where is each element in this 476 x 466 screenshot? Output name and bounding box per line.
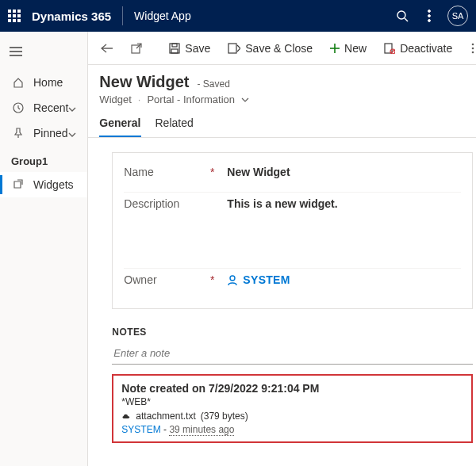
nav-home[interactable]: Home <box>0 70 87 95</box>
global-topbar: Dynamics 365 Widget App SA <box>0 0 476 32</box>
svg-point-22 <box>230 276 235 281</box>
nav-widgets[interactable]: Widgets <box>0 172 87 197</box>
app-launcher-icon[interactable] <box>8 10 21 22</box>
deactivate-icon <box>384 43 395 54</box>
person-icon <box>227 274 238 285</box>
command-bar: Save Save & Close New Deactivate <box>88 32 476 65</box>
main-area: Save Save & Close New Deactivate New Wid… <box>88 32 476 466</box>
svg-point-19 <box>472 43 474 45</box>
home-icon <box>11 77 25 88</box>
chevron-down-icon <box>241 97 249 102</box>
required-indicator: * <box>210 166 227 178</box>
svg-point-21 <box>472 51 474 53</box>
svg-rect-16 <box>385 44 392 53</box>
svg-rect-12 <box>171 49 178 53</box>
description-value: This is a new widget. <box>227 197 337 210</box>
plus-icon <box>330 44 340 53</box>
deactivate-label: Deactivate <box>400 42 452 55</box>
note-input[interactable] <box>112 342 473 365</box>
save-label: Save <box>185 42 210 55</box>
note-subtitle: *WEB* <box>121 396 463 407</box>
form-body: Name* New Widget Description This is a n… <box>88 138 476 466</box>
svg-point-3 <box>428 15 431 17</box>
note-timestamp: 39 minutes ago <box>169 424 234 436</box>
attachment-size: (379 bytes) <box>201 411 248 422</box>
entity-icon <box>11 179 25 190</box>
search-icon[interactable] <box>389 0 416 32</box>
entity-name: Widget <box>99 94 131 105</box>
chevron-down-icon <box>68 127 76 139</box>
owner-label: Owner <box>124 273 156 286</box>
record-status: - Saved <box>198 78 230 90</box>
notes-header: NOTES <box>112 327 473 338</box>
user-avatar[interactable]: SA <box>447 6 468 26</box>
tab-related[interactable]: Related <box>155 116 194 137</box>
svg-point-2 <box>428 10 431 13</box>
nav-recent-label: Recent <box>33 101 68 114</box>
divider <box>122 6 123 25</box>
nav-widgets-label: Widgets <box>33 178 74 191</box>
form-tabs: General Related <box>88 105 476 138</box>
owner-value[interactable]: SYSTEM <box>243 273 290 286</box>
more-vertical-icon[interactable] <box>416 0 443 32</box>
back-button[interactable] <box>93 32 121 64</box>
name-value: New Widget <box>227 166 290 178</box>
separator: · <box>138 94 141 105</box>
attachment-name[interactable]: attachment.txt <box>136 411 195 422</box>
svg-rect-11 <box>172 44 177 47</box>
form-header: New Widget - Saved Widget · Portal - Inf… <box>88 65 476 105</box>
save-icon <box>169 43 180 54</box>
note-item[interactable]: Note created on 7/29/2022 9:21:04 PM *WE… <box>112 374 473 443</box>
app-name: Widget App <box>134 10 191 22</box>
brand-label: Dynamics 365 <box>32 10 111 23</box>
new-label: New <box>344 42 367 55</box>
sitemap-sidebar: Home Recent Pinned Group1 Widgets <box>0 32 88 466</box>
svg-point-4 <box>428 20 431 22</box>
cloud-icon <box>121 412 131 420</box>
hamburger-icon[interactable] <box>0 40 32 63</box>
pin-icon <box>11 128 25 139</box>
record-title: New Widget <box>99 73 189 91</box>
new-button[interactable]: New <box>322 32 374 64</box>
open-new-window-button[interactable] <box>123 32 150 64</box>
field-owner[interactable]: Owner* SYSTEM <box>124 269 461 300</box>
nav-pinned[interactable]: Pinned <box>0 120 87 146</box>
nav-pinned-label: Pinned <box>33 127 68 139</box>
form-section: Name* New Widget Description This is a n… <box>112 152 473 309</box>
nav-group-label: Group1 <box>0 151 87 172</box>
save-close-label: Save & Close <box>245 42 313 55</box>
svg-line-1 <box>405 18 408 21</box>
command-overflow-button[interactable] <box>463 32 476 64</box>
field-description[interactable]: Description This is a new widget. <box>124 193 461 269</box>
save-close-button[interactable]: Save & Close <box>220 32 321 64</box>
chevron-down-icon <box>68 101 76 114</box>
nav-home-label: Home <box>33 76 63 89</box>
note-author[interactable]: SYSTEM <box>121 424 160 435</box>
nav-recent[interactable]: Recent <box>0 95 87 120</box>
tab-general[interactable]: General <box>99 116 140 137</box>
save-button[interactable]: Save <box>161 32 218 64</box>
note-title: Note created on 7/29/2022 9:21:04 PM <box>121 382 463 395</box>
clock-icon <box>11 102 25 113</box>
svg-point-0 <box>397 11 405 19</box>
deactivate-button[interactable]: Deactivate <box>376 32 460 64</box>
name-label: Name <box>124 166 153 178</box>
required-indicator: * <box>210 273 227 286</box>
svg-rect-13 <box>228 44 236 53</box>
save-close-icon <box>228 43 240 54</box>
field-name[interactable]: Name* New Widget <box>124 161 461 193</box>
description-label: Description <box>124 197 179 210</box>
svg-point-20 <box>472 47 474 49</box>
form-selector[interactable]: Portal - Information <box>147 94 235 105</box>
